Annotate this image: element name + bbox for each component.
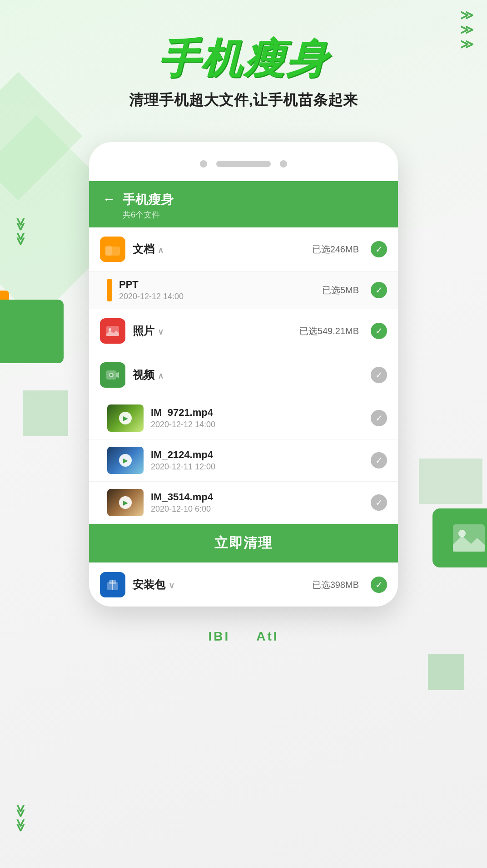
category-photos[interactable]: 照片 ∨ 已选549.21MB ✓	[89, 309, 398, 353]
video-1-check[interactable]: ✓	[371, 410, 387, 426]
photos-label: 照片 ∨	[133, 324, 292, 338]
video-2-check[interactable]: ✓	[371, 452, 387, 469]
file-video-1[interactable]: ▶ IM_9721.mp4 2020-12-12 14:00 ✓	[89, 397, 398, 439]
category-videos[interactable]: 视频 ∧ ✓	[89, 353, 398, 397]
category-documents[interactable]: 文档 ∧ 已选246MB ✓	[89, 227, 398, 271]
file-video-3[interactable]: ▶ IM_3514.mp4 2020-12-10 6:00 ✓	[89, 482, 398, 524]
back-button[interactable]: ←	[103, 193, 115, 206]
main-title: 手机瘦身	[129, 36, 358, 81]
video-3-info: IM_3514.mp4 2020-12-10 6:00	[151, 491, 363, 514]
video-thumb-2: ▶	[107, 447, 144, 474]
photo-icon	[100, 318, 125, 344]
packages-check[interactable]: ✓	[371, 577, 387, 593]
video-3-date: 2020-12-10 6:00	[151, 504, 363, 514]
video-icon	[100, 362, 125, 388]
phone-speaker	[216, 161, 271, 167]
app-header: ← 手机瘦身 共6个文件	[89, 181, 398, 227]
videos-label: 视频 ∧	[133, 368, 352, 382]
video-3-check[interactable]: ✓	[371, 494, 387, 511]
main-content: 手机瘦身 清理手机超大文件,让手机苗条起来 ← 手机瘦身 共6个文件	[0, 0, 487, 671]
play-button: ▶	[119, 454, 132, 467]
header-file-count: 共6个文件	[123, 209, 174, 220]
chevron-icon: ≫	[460, 24, 473, 36]
subtitle: 清理手机超大文件,让手机苗条起来	[129, 90, 358, 110]
phone-status-bar	[89, 160, 398, 181]
bottom-label-2: AtI	[256, 629, 278, 643]
ppt-name: PPT	[119, 279, 315, 291]
header-text: 手机瘦身 共6个文件	[123, 191, 174, 220]
clean-button[interactable]: 立即清理	[89, 524, 398, 562]
packages-label: 安装包 ∨	[133, 577, 305, 592]
chevrons-left-bottom: ≫ ≫	[14, 804, 27, 832]
chevrons-top-right: ≫ ≫ ≫	[460, 9, 473, 51]
video-1-date: 2020-12-12 14:00	[151, 420, 363, 429]
video-2-info: IM_2124.mp4 2020-12-11 12:00	[151, 449, 363, 472]
title-section: 手机瘦身 清理手机超大文件,让手机苗条起来	[129, 36, 358, 110]
video-thumb-3: ▶	[107, 489, 144, 516]
phone-mockup: ← 手机瘦身 共6个文件 文档 ∧ 已选246MB ✓	[89, 142, 398, 607]
chevron-icon: ≫	[14, 232, 27, 246]
phone-dot	[280, 160, 287, 168]
file-video-2[interactable]: ▶ IM_2124.mp4 2020-12-11 12:00 ✓	[89, 439, 398, 482]
video-3-name: IM_3514.mp4	[151, 491, 363, 503]
video-1-name: IM_9721.mp4	[151, 407, 363, 419]
bottom-label-1: IBI	[209, 629, 230, 643]
video-1-info: IM_9721.mp4 2020-12-12 14:00	[151, 407, 363, 429]
chevron-icon: ≫	[14, 804, 27, 818]
ppt-check[interactable]: ✓	[371, 282, 387, 298]
package-icon	[100, 572, 125, 597]
chevron-icon: ≫	[14, 218, 27, 231]
play-button: ▶	[119, 496, 132, 509]
category-packages[interactable]: 安装包 ∨ 已选398MB ✓	[89, 562, 398, 607]
documents-label: 文档 ∧	[133, 242, 305, 256]
videos-check[interactable]: ✓	[371, 367, 387, 383]
ppt-size: 已选5MB	[322, 284, 359, 296]
ppt-date: 2020-12-12 14:00	[119, 292, 315, 301]
play-button: ▶	[119, 412, 132, 424]
chevron-icon: ≫	[460, 9, 473, 22]
folder-orange-icon	[100, 237, 125, 262]
chevron-icon: ≫	[14, 819, 27, 832]
documents-size: 已选246MB	[312, 243, 359, 256]
chevrons-left: ≫ ≫	[14, 218, 27, 245]
packages-size: 已选398MB	[312, 579, 359, 591]
documents-check[interactable]: ✓	[371, 241, 387, 257]
ppt-folder-indicator	[107, 279, 112, 301]
video-2-date: 2020-12-11 12:00	[151, 462, 363, 472]
video-thumb-1: ▶	[107, 404, 144, 432]
ppt-info: PPT 2020-12-12 14:00	[119, 279, 315, 301]
photos-size: 已选549.21MB	[299, 325, 359, 337]
bottom-text: IBI AtI	[209, 629, 279, 671]
svg-rect-3	[105, 246, 112, 256]
file-list: 文档 ∧ 已选246MB ✓ PPT 2020-12-12 14:00 已选5M…	[89, 227, 398, 607]
photos-check[interactable]: ✓	[371, 323, 387, 339]
file-ppt[interactable]: PPT 2020-12-12 14:00 已选5MB ✓	[89, 271, 398, 309]
video-2-name: IM_2124.mp4	[151, 449, 363, 461]
chevron-icon: ≫	[460, 38, 473, 51]
header-title: 手机瘦身	[123, 191, 174, 208]
phone-dot	[200, 160, 207, 168]
